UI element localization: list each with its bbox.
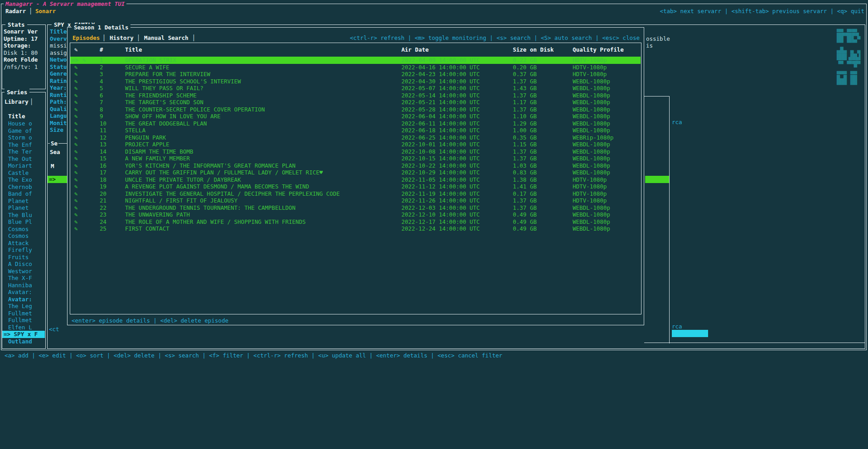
episode-air-date: 2022-05-14 14:00:00 UTC (401, 92, 480, 99)
series-item[interactable]: The X-F (8, 275, 32, 282)
episode-row[interactable]: ✎ 15 A NEW FAMILY MEMBER 2022-10-15 14:0… (70, 155, 641, 162)
seasons-cell-fragment: M (51, 163, 54, 170)
episode-number: 20 (100, 190, 106, 198)
series-item[interactable]: The Leg (8, 303, 32, 310)
episode-row[interactable]: ✎ 7 THE TARGET'S SECOND SON 2022-05-21 1… (70, 99, 641, 106)
episode-row[interactable]: ✎ 4 THE PRESTIGIOUS SCHOOL'S INTERVIEW 2… (70, 78, 641, 85)
episode-size: 1.37 GB (513, 78, 537, 85)
edit-pencil-icon: ✎ (74, 162, 78, 169)
episode-row[interactable]: ✎ 5 WILL THEY PASS OR FAIL? 2022-05-07 1… (70, 85, 641, 92)
series-item[interactable]: The Exo (8, 176, 32, 183)
episode-row[interactable]: ✎ 24 THE ROLE OF A MOTHER AND WIFE / SHO… (70, 218, 641, 226)
episode-row[interactable]: ✎ 22 THE UNDERGROUND TENNIS TOURNAMENT: … (70, 204, 641, 212)
episode-quality: WEBDL-1080p (573, 225, 610, 232)
episode-row[interactable]: ✎ 19 A REVENGE PLOT AGAINST DESMOND / MA… (70, 183, 641, 190)
series-item[interactable]: The Ter (8, 148, 32, 155)
episode-row[interactable]: ✎ 18 UNCLE THE PRIVATE TUTOR / DAYBREAK … (70, 176, 641, 183)
episode-row[interactable]: ✎ 3 PREPARE FOR THE INTERVIEW 2022-04-23… (70, 71, 641, 78)
episode-title: OPERATION STRIX (125, 57, 176, 64)
episode-row[interactable]: ✎ 13 PROJECT APPLE 2022-10-01 14:00:00 U… (70, 141, 641, 148)
series-item[interactable]: A Disco (8, 261, 32, 268)
series-item[interactable]: Castle (8, 169, 29, 177)
series-overview-fragment: ossible (646, 35, 670, 43)
episode-row[interactable]: ✎ 2 SECURE A WIFE 2022-04-16 14:00:00 UT… (70, 64, 641, 71)
stats-lines: Sonarr VerUptime: 17Storage:Disk 1: 80Ro… (2, 24, 45, 88)
series-item[interactable]: The Enf (8, 141, 32, 149)
series-item[interactable]: Planet (8, 204, 29, 212)
series-item[interactable]: Hanniba (8, 282, 32, 289)
episode-row[interactable]: ✎ 17 CARRY OUT THE GRIFFIN PLAN / FULLME… (70, 169, 641, 176)
episode-size: 0.49 GB (513, 218, 537, 226)
selected-season-row-left-fragment[interactable]: => (48, 176, 67, 183)
series-item[interactable]: Storm o (8, 134, 32, 141)
series-item[interactable]: Outland (8, 338, 32, 345)
series-item[interactable]: The Out (8, 155, 32, 163)
episode-number: 14 (100, 148, 106, 155)
episode-row[interactable]: ✎ 8 THE COUNTER-SECRET POLICE COVER OPER… (70, 106, 641, 113)
series-item[interactable]: Moriart (8, 162, 32, 169)
series-item[interactable]: Cosmos (8, 232, 29, 240)
episode-quality: WEBDL-1080p (573, 141, 610, 148)
series-item[interactable]: Westwor (8, 268, 32, 275)
series-item[interactable]: Fullmet (8, 317, 32, 324)
episode-row[interactable]: ✎ 11 STELLA 2022-06-18 14:00:00 UTC 1.00… (70, 127, 641, 134)
episode-quality: WEBDL-1080p (573, 218, 610, 226)
episode-keybind-hints: <enter> episode details | <del> delete e… (72, 317, 228, 324)
episode-row[interactable]: ✎ 14 DISARM THE TIME BOMB 2022-10-08 14:… (70, 148, 641, 155)
tab-radarr[interactable]: Radarr (5, 8, 26, 15)
series-info-fragment: missi (50, 42, 67, 49)
series-info-fragment: Quali (50, 106, 67, 113)
bottom-keybind-hints: <a> add | <e> edit | <o> sort | <del> de… (5, 352, 502, 359)
series-item[interactable]: Cosmos (8, 226, 29, 233)
series-item[interactable]: Fruits (8, 254, 29, 261)
series-item[interactable]: Game of (8, 127, 32, 135)
episode-row[interactable]: ✎ 16 YOR'S KITCHEN / THE INFORMANT'S GRE… (70, 162, 641, 169)
episode-number: 8 (100, 106, 103, 113)
stats-line: Disk 1: 80 (4, 49, 38, 57)
episode-row[interactable]: ✎ 21 NIGHTFALL / FIRST FIT OF JEALOUSY 2… (70, 197, 641, 204)
episode-title: STELLA (125, 127, 145, 134)
episode-row[interactable]: => ✎ 1 OPERATION STRIX 2022-04-09 14:00:… (70, 57, 641, 64)
episode-size: 0.17 GB (513, 190, 537, 198)
series-item[interactable]: Chernob (8, 183, 32, 191)
episode-row[interactable]: ✎ 9 SHOW OFF HOW IN LOVE YOU ARE 2022-06… (70, 113, 641, 120)
series-item[interactable]: Fullmet (8, 310, 32, 317)
edit-pencil-icon: ✎ (74, 127, 78, 134)
series-item[interactable]: Elfen L (8, 324, 32, 331)
series-item[interactable]: Firefly (8, 246, 32, 254)
series-item-selected[interactable]: => SPY x F (2, 331, 45, 338)
series-info-fragment: Ratin (50, 77, 67, 85)
episode-number: 18 (100, 176, 106, 183)
edit-pencil-icon: ✎ (74, 106, 78, 113)
episode-title: FIRST CONTACT (125, 225, 169, 232)
episode-row[interactable]: ✎ 25 FIRST CONTACT 2022-12-24 14:00:00 U… (70, 225, 641, 232)
episode-row[interactable]: ✎ 12 PENGUIN PARK 2022-06-25 14:00:00 UT… (70, 134, 641, 141)
series-item[interactable]: Avatar: (8, 296, 32, 303)
episode-row[interactable]: ✎ 6 THE FRIENDSHIP SCHEME 2022-05-14 14:… (70, 92, 641, 99)
stats-line: Sonarr Ver (4, 28, 38, 35)
series-item[interactable]: House o (8, 120, 32, 127)
stats-line: Uptime: 17 (4, 35, 38, 43)
episode-row[interactable]: ✎ 10 THE GREAT DODGEBALL PLAN 2022-06-11… (70, 120, 641, 127)
series-item[interactable]: Avatar: (8, 289, 32, 296)
series-info-fragment: Overv (50, 35, 67, 43)
tab-sonarr[interactable]: Sonarr (35, 8, 56, 15)
episode-size: 1.03 GB (513, 162, 537, 169)
episode-row[interactable]: ✎ 23 THE UNWAVERING PATH 2022-12-10 14:0… (70, 211, 641, 218)
edit-pencil-icon: ✎ (74, 113, 78, 120)
series-item[interactable]: Attack (8, 240, 29, 247)
series-item[interactable]: Blue Pl (8, 218, 32, 226)
series-item[interactable]: Planet (8, 198, 29, 205)
tab-history[interactable]: History (110, 34, 134, 42)
tab-episodes[interactable]: Episodes (72, 34, 100, 42)
series-item[interactable]: The Blu (8, 212, 32, 219)
series-list: House oGame ofStorm oThe EnfThe TerThe O… (2, 92, 45, 348)
poster-art-row: ▐█▛▜█▛▜▖ (835, 33, 862, 40)
episode-rows: => ✎ 1 OPERATION STRIX 2022-04-09 14:00:… (70, 43, 641, 314)
season-details-title: Season 1 Details (72, 24, 130, 31)
edit-pencil-icon: ✎ (74, 176, 78, 183)
poster-art-row: ▐██▌▟█▙▌ (835, 53, 862, 61)
episode-row[interactable]: ✎ 20 INVESTIGATE THE GENERAL HOSPITAL / … (70, 190, 641, 198)
series-item[interactable]: Band of (8, 190, 32, 198)
tab-manual-search[interactable]: Manual Search (144, 34, 188, 42)
